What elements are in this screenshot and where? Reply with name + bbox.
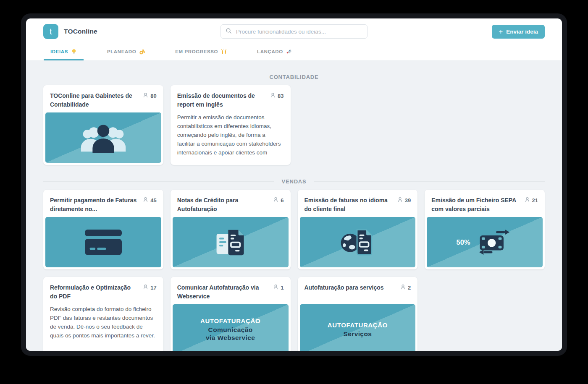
idea-card[interactable]: Emissão de faturas no idioma do cliente …	[298, 190, 418, 269]
vote-number: 1	[281, 285, 284, 291]
card-image	[45, 217, 161, 267]
card-title: Emissão de faturas no idioma do cliente …	[304, 196, 393, 214]
vote-number: 6	[281, 197, 284, 204]
voter-icon	[273, 284, 278, 291]
section-title: CONTABILIDADE	[269, 74, 318, 80]
card-header: Comunicar Autofaturação via Webservice1	[171, 277, 291, 304]
section-divider: CONTABILIDADE	[43, 73, 545, 80]
search-icon	[226, 28, 232, 36]
divider-line	[326, 77, 545, 77]
card-image: AUTOFATURAÇÃOServiços	[300, 304, 416, 351]
people-group-icon	[71, 121, 135, 154]
documents-icon	[214, 227, 247, 257]
vote-number: 21	[532, 197, 538, 204]
search-input[interactable]	[235, 28, 362, 35]
app-header: t TOConline + Enviar ideia	[26, 18, 562, 44]
lightbulb-icon	[71, 49, 77, 55]
card-description: Permitir a emissão de documentos contabi…	[171, 112, 291, 164]
ok-hand-icon	[139, 49, 145, 55]
submit-idea-button[interactable]: + Enviar ideia	[492, 25, 545, 39]
submit-idea-label: Enviar ideia	[506, 29, 538, 35]
section-divider: VENDAS	[43, 178, 545, 185]
voter-icon	[400, 284, 406, 291]
tab-bar: IDEIASPLANEADOEM PROGRESSOLANÇADO	[26, 44, 562, 61]
tab-label: LANÇADO	[257, 49, 283, 54]
image-subtitle: Comunicação via Webservice	[206, 326, 255, 342]
image-title: AUTOFATURAÇÃO	[200, 317, 260, 324]
card-title: TOConline para Gabinetes de Contabilidad…	[50, 91, 139, 109]
divider-line	[43, 77, 262, 77]
window-frame: t TOConline + Enviar ideia IDEIASPLANEAD…	[21, 13, 567, 356]
board: CONTABILIDADETOConline para Gabinetes de…	[26, 61, 562, 351]
plus-icon: +	[499, 28, 503, 35]
voter-icon	[143, 92, 148, 99]
image-subtitle: Serviços	[343, 330, 372, 338]
idea-card[interactable]: Permitir pagamento de Faturas diretament…	[43, 190, 163, 269]
card-header: Emissão de um Ficheiro SEPA com valores …	[425, 190, 545, 217]
vote-count: 80	[143, 91, 156, 99]
tab-lançado[interactable]: LANÇADO	[250, 49, 299, 60]
image-title: AUTOFATURAÇÃO	[328, 321, 388, 329]
card-header: Autofaturação para serviços2	[298, 277, 418, 304]
idea-card[interactable]: Emissão de documentos de report em inglê…	[171, 85, 291, 165]
card-image: AUTOFATURAÇÃOComunicação via Webservice	[173, 304, 289, 351]
card-header: Reformulação e Optimização do PDF17	[43, 277, 163, 304]
card-title: Comunicar Autofaturação via Webservice	[177, 283, 269, 301]
vote-number: 17	[150, 285, 156, 291]
vote-count: 39	[397, 196, 411, 204]
vote-count: 83	[270, 91, 284, 99]
idea-card[interactable]: Autofaturação para serviços2AUTOFATURAÇÃ…	[298, 277, 418, 351]
card-header: Emissão de documentos de report em inglê…	[171, 85, 291, 112]
tab-label: PLANEADO	[107, 49, 136, 54]
card-description: Revisão completa do formato do ficheiro …	[43, 304, 163, 347]
section-title: VENDAS	[282, 178, 307, 185]
card-grid: TOConline para Gabinetes de Contabilidad…	[43, 85, 545, 165]
card-title: Permitir pagamento de Faturas diretament…	[50, 196, 139, 214]
rocket-icon	[286, 49, 292, 55]
raised-hands-icon	[221, 49, 227, 55]
vote-count: 6	[273, 196, 284, 204]
credit-card-icon	[85, 230, 122, 255]
vote-count: 21	[525, 196, 538, 204]
card-title: Autofaturação para serviços	[304, 283, 396, 292]
vote-number: 83	[278, 93, 284, 99]
voter-icon	[525, 197, 530, 204]
idea-card[interactable]: Comunicar Autofaturação via Webservice1A…	[171, 277, 291, 351]
image-overlay: 50%	[457, 230, 513, 255]
tab-label: EM PROGRESSO	[175, 49, 218, 54]
card-grid: Permitir pagamento de Faturas diretament…	[43, 190, 545, 351]
vote-number: 45	[150, 197, 156, 204]
vote-count: 45	[143, 196, 156, 204]
board-section: CONTABILIDADETOConline para Gabinetes de…	[43, 73, 545, 165]
idea-card[interactable]: Notas de Crédito para Autofaturação6	[171, 190, 291, 269]
card-header: Permitir pagamento de Faturas diretament…	[43, 190, 163, 217]
tab-ideias[interactable]: IDEIAS	[44, 49, 84, 60]
money-transfer-icon	[475, 230, 513, 255]
app-window: t TOConline + Enviar ideia IDEIASPLANEAD…	[26, 18, 562, 351]
idea-card[interactable]: TOConline para Gabinetes de Contabilidad…	[43, 85, 163, 165]
card-image	[173, 217, 289, 267]
card-header: Notas de Crédito para Autofaturação6	[171, 190, 291, 217]
idea-card[interactable]: Emissão de um Ficheiro SEPA com valores …	[425, 190, 545, 269]
vote-number: 2	[408, 285, 411, 291]
idea-card[interactable]: Reformulação e Optimização do PDF17Revis…	[43, 277, 163, 351]
voter-icon	[143, 197, 148, 204]
vote-count: 1	[273, 283, 284, 291]
card-title: Emissão de um Ficheiro SEPA com valores …	[431, 196, 520, 214]
brand-title: TOConline	[64, 28, 97, 35]
tab-planeado[interactable]: PLANEADO	[100, 49, 152, 60]
board-section: VENDASPermitir pagamento de Faturas dire…	[43, 178, 545, 351]
card-image	[300, 217, 416, 267]
vote-count: 17	[143, 283, 156, 291]
divider-line	[314, 181, 545, 182]
globe-document-icon	[339, 227, 375, 257]
card-title: Notas de Crédito para Autofaturação	[177, 196, 269, 214]
voter-icon	[397, 197, 403, 204]
card-image: 50%	[427, 217, 543, 267]
voter-icon	[273, 197, 278, 204]
divider-line	[43, 181, 274, 182]
search-box[interactable]	[220, 24, 368, 39]
voter-icon	[143, 284, 148, 291]
tab-em-progresso[interactable]: EM PROGRESSO	[168, 49, 234, 60]
vote-number: 39	[405, 197, 411, 204]
